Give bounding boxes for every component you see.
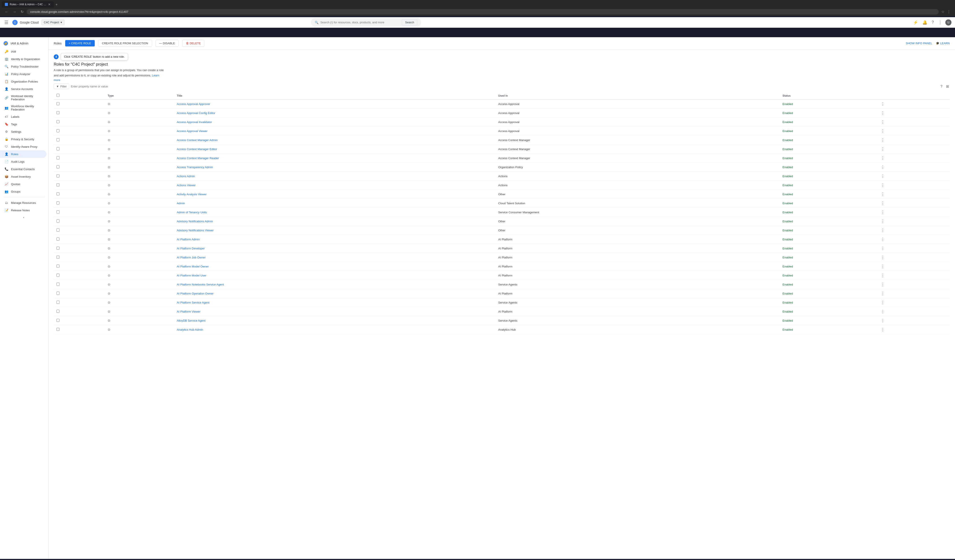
help-button[interactable]: ?	[930, 19, 935, 26]
user-avatar[interactable]: U	[945, 19, 952, 25]
row-more-button[interactable]: ⋮	[880, 182, 886, 188]
show-info-panel-link[interactable]: SHOW INFO PANEL	[906, 42, 932, 45]
row-select-checkbox[interactable]	[56, 228, 59, 232]
role-title-link[interactable]: Actions Admin	[177, 175, 195, 178]
role-title-link[interactable]: Access Approval Viewer	[177, 129, 207, 133]
role-title-link[interactable]: AI Platform Job Owner	[177, 256, 206, 259]
row-more-button[interactable]: ⋮	[880, 282, 886, 287]
learn-link[interactable]: 🎓 LEARN	[936, 42, 950, 45]
row-select-checkbox[interactable]	[56, 138, 59, 141]
row-more-button[interactable]: ⋮	[880, 327, 886, 332]
role-title-link[interactable]: AI Platform Model Owner	[177, 265, 209, 268]
sidebar-collapse-button[interactable]: ‹	[0, 214, 47, 221]
sidebar-item-release-notes[interactable]: 📝 Release Notes	[0, 206, 47, 214]
bookmark-button[interactable]: ☆	[941, 9, 945, 15]
row-more-button[interactable]: ⋮	[880, 164, 886, 170]
delete-button[interactable]: 🗑 DELETE	[182, 40, 204, 47]
sidebar-item-workforce-identity[interactable]: 👥 Workforce Identity Federation	[0, 103, 47, 113]
row-select-checkbox[interactable]	[56, 265, 59, 268]
row-select-checkbox[interactable]	[56, 192, 59, 195]
row-select-checkbox[interactable]	[56, 165, 59, 168]
row-more-button[interactable]: ⋮	[880, 309, 886, 314]
row-more-button[interactable]: ⋮	[880, 273, 886, 278]
search-field[interactable]	[320, 21, 400, 24]
cloud-shell-button[interactable]: ⚡	[912, 19, 919, 26]
role-title-link[interactable]: Access Approval Approver	[177, 102, 210, 106]
sidebar-item-essential-contacts[interactable]: 📞 Essential Contacts	[0, 165, 47, 173]
sidebar-item-manage-resources[interactable]: 🗂 Manage Resources	[0, 199, 47, 206]
sidebar-item-groups[interactable]: 👥 Groups	[0, 188, 47, 195]
role-title-link[interactable]: Admin of Tenancy Units	[177, 211, 207, 214]
row-more-button[interactable]: ⋮	[880, 173, 886, 179]
create-role-from-selection-button[interactable]: CREATE ROLE FROM SELECTION	[98, 40, 152, 47]
tab-close-button[interactable]: ✕	[48, 3, 51, 6]
row-select-checkbox[interactable]	[56, 310, 59, 313]
row-select-checkbox[interactable]	[56, 220, 59, 223]
sidebar-item-tags[interactable]: 🔖 Tags	[0, 120, 47, 128]
role-title-link[interactable]: AI Platform Viewer	[177, 310, 200, 313]
more-link[interactable]: more	[54, 78, 60, 82]
role-title-link[interactable]: AI Platform Model User	[177, 274, 207, 277]
row-more-button[interactable]: ⋮	[880, 290, 886, 296]
row-select-checkbox[interactable]	[56, 237, 59, 240]
role-title-link[interactable]: Access Context Manager Admin	[177, 139, 218, 142]
back-button[interactable]: ←	[3, 9, 10, 15]
row-select-checkbox[interactable]	[56, 201, 59, 204]
row-select-checkbox[interactable]	[56, 292, 59, 295]
table-help-button[interactable]: ?	[939, 83, 943, 89]
row-more-button[interactable]: ⋮	[880, 209, 886, 215]
row-more-button[interactable]: ⋮	[880, 218, 886, 224]
sidebar-item-policy-troubleshooter[interactable]: 🔍 Policy Troubleshooter	[0, 63, 47, 70]
row-more-button[interactable]: ⋮	[880, 254, 886, 260]
role-title-link[interactable]: Access Transparency Admin	[177, 165, 213, 169]
refresh-button[interactable]: ↻	[19, 9, 25, 15]
role-title-link[interactable]: AI Platform Notebooks Service Agent	[177, 283, 224, 286]
sidebar-item-labels[interactable]: 🏷 Labels	[0, 113, 47, 120]
row-select-checkbox[interactable]	[56, 174, 59, 178]
row-select-checkbox[interactable]	[56, 274, 59, 277]
row-more-button[interactable]: ⋮	[880, 128, 886, 134]
sidebar-item-settings[interactable]: ⚙ Settings	[0, 128, 47, 136]
row-more-button[interactable]: ⋮	[880, 200, 886, 206]
sidebar-item-identity-aware-proxy[interactable]: 🛡 Identity-Aware Proxy	[0, 143, 47, 150]
role-title-link[interactable]: Actions Viewer	[177, 184, 196, 187]
role-title-link[interactable]: AI Platform Service Agent	[177, 301, 210, 304]
learn-more-link[interactable]: Learn	[152, 74, 159, 77]
role-title-link[interactable]: Analytics Hub Admin	[177, 328, 203, 331]
sidebar-item-privacy-security[interactable]: 🔒 Privacy & Security	[0, 136, 47, 143]
filter-input[interactable]	[71, 85, 938, 88]
row-more-button[interactable]: ⋮	[880, 155, 886, 161]
row-more-button[interactable]: ⋮	[880, 228, 886, 233]
role-title-link[interactable]: Access Approval Invalidator	[177, 120, 212, 124]
role-title-link[interactable]: Advisory Notifications Admin	[177, 220, 213, 223]
role-title-link[interactable]: Access Approval Config Editor	[177, 111, 215, 115]
sidebar-item-workload-identity[interactable]: 🔗 Workload Identity Federation	[0, 93, 47, 103]
disable-button[interactable]: — DISABLE	[155, 40, 179, 47]
row-select-checkbox[interactable]	[56, 147, 59, 150]
more-button[interactable]: ⋮	[946, 9, 952, 15]
row-more-button[interactable]: ⋮	[880, 318, 886, 323]
search-button[interactable]: Search	[402, 19, 417, 25]
hamburger-menu-icon[interactable]: ☰	[3, 19, 9, 26]
sidebar-item-policy-analyzer[interactable]: 📊 Policy Analyzer	[0, 70, 47, 78]
row-select-checkbox[interactable]	[56, 111, 59, 114]
sidebar-item-service-accounts[interactable]: 👤 Service Accounts	[0, 85, 47, 93]
row-more-button[interactable]: ⋮	[880, 119, 886, 125]
active-tab[interactable]: Roles – IAM & Admin – C4C … ✕	[2, 1, 54, 8]
row-select-checkbox[interactable]	[56, 301, 59, 304]
row-more-button[interactable]: ⋮	[880, 146, 886, 152]
row-select-checkbox[interactable]	[56, 156, 59, 159]
row-select-checkbox[interactable]	[56, 129, 59, 132]
project-selector[interactable]: C4C Project ▾	[41, 20, 64, 25]
row-select-checkbox[interactable]	[56, 256, 59, 259]
row-select-checkbox[interactable]	[56, 211, 59, 214]
sidebar-item-quotas[interactable]: 📈 Quotas	[0, 180, 47, 188]
row-select-checkbox[interactable]	[56, 120, 59, 123]
forward-button[interactable]: →	[11, 9, 17, 15]
role-title-link[interactable]: Access Context Manager Reader	[177, 156, 219, 160]
row-select-checkbox[interactable]	[56, 183, 59, 186]
row-select-checkbox[interactable]	[56, 282, 59, 286]
address-bar[interactable]: console.cloud.google.com/iam-admin/roles…	[27, 9, 939, 14]
row-more-button[interactable]: ⋮	[880, 236, 886, 242]
create-role-button[interactable]: + CREATE ROLE	[65, 40, 95, 47]
